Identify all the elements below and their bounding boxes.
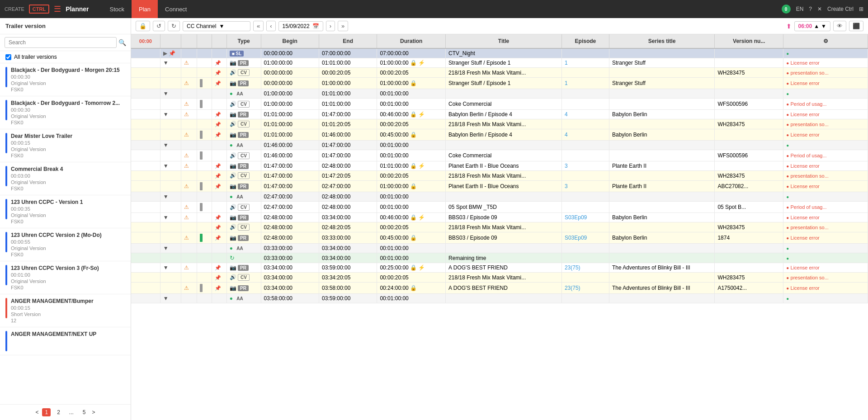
table-row[interactable]: ↻ 03:33:00:00 03:34:00:00 00:01:00:00 Re… [131, 253, 868, 263]
version-cell: WFS000596 [715, 150, 783, 161]
refresh-icon: ↻ [230, 255, 235, 261]
expand-cell [197, 129, 212, 141]
list-item[interactable]: ANGER MANAGEMENT/Bumper 00:00:15 Short V… [0, 294, 131, 327]
table-row[interactable]: ▼ ⚠ 📌 📷 PR 01:47:00:00 02:48:00:00 01:01… [131, 161, 868, 171]
expand-button[interactable]: ▼ [163, 295, 169, 302]
tab-plan[interactable]: Plan [132, 0, 158, 18]
col-begin-header: Begin [261, 34, 319, 48]
channel-selector[interactable]: CC Channel ▼ [183, 21, 250, 31]
table-row[interactable]: ⚠ 🔊 CV 01:46:00:00 01:47:00:00 00:01:00:… [131, 150, 868, 161]
expand-cell [197, 192, 212, 202]
pin-icon: 📌 [215, 225, 221, 230]
list-item[interactable]: 123 Uhren CCPC Version 3 (Fr-So) 00:01:0… [0, 261, 131, 294]
notification-badge[interactable]: 0 [782, 5, 791, 14]
list-item[interactable]: ANGER MANAGEMENT/NEXT UP [0, 327, 131, 355]
table-row[interactable]: ▼ ⚠ 📌 📷 PR 03:34:00:00 03:59:00:00 00:25… [131, 263, 868, 273]
title-cell: Babylon Berlin / Episode 4 [446, 110, 562, 119]
episode-cell [561, 48, 609, 58]
page-1[interactable]: 1 [42, 408, 51, 416]
page-5[interactable]: 5 [80, 408, 89, 416]
end-cell: 01:01:00:00 [319, 89, 377, 99]
warn-cell [181, 89, 197, 99]
table-row[interactable]: ▼ ● AA 01:00:00:00 01:01:00:00 00:01:00:… [131, 89, 868, 99]
expand-button[interactable]: ▼ [163, 111, 169, 118]
table-row[interactable]: ▼ ● AA 03:58:00:00 03:59:00:00 00:01:00:… [131, 294, 868, 303]
upload-icon[interactable]: ⬆ [786, 23, 792, 30]
tab-connect[interactable]: Connect [158, 0, 194, 18]
language-selector[interactable]: EN [796, 6, 804, 12]
table-row[interactable]: ▼ ⚠ 📌 📷 PR 02:48:00:00 03:34:00:00 00:46… [131, 213, 868, 222]
nav-prev-prev-button[interactable]: « [253, 21, 264, 31]
undo-button[interactable]: ↺ [153, 21, 165, 31]
help-icon[interactable]: ? [809, 6, 812, 12]
expand-cell [197, 244, 212, 253]
all-versions-checkbox[interactable] [5, 54, 11, 60]
table-row[interactable]: ⚠ 🔊 CV 01:00:00:00 01:01:00:00 00:01:00:… [131, 99, 868, 110]
list-item[interactable]: 123 Uhren CCPC - Version 1 00:00:35 Orig… [0, 195, 131, 228]
warning-icon: ⚠ [184, 235, 189, 241]
page-prev-button[interactable]: < [35, 409, 38, 415]
table-row[interactable]: ▼ ● AA 03:33:00:00 03:34:00:00 00:01:00:… [131, 244, 868, 253]
nav-next-button[interactable]: › [326, 21, 335, 31]
expand-button[interactable]: ▼ [163, 245, 169, 251]
list-item[interactable]: Blackjack - Der Bodyguard - Morgen 20:15… [0, 63, 131, 96]
ctrl-badge[interactable]: CTRL [29, 5, 49, 14]
table-row[interactable]: 📌 🔊 CV 01:01:00:00 01:01:20:05 00:00:20:… [131, 119, 868, 129]
expand-button[interactable]: ▼ [163, 214, 169, 221]
type-badge-pr: PR [238, 163, 249, 169]
dropdown-icon: ▼ [219, 23, 224, 29]
expand-button[interactable]: ▼ [163, 264, 169, 271]
table-row[interactable]: 📌 🔊 CV 03:34:00:00 03:34:20:05 00:00:20:… [131, 273, 868, 283]
version-cell [715, 294, 783, 303]
page-next-button[interactable]: > [92, 409, 95, 415]
eye-button[interactable]: 👁 [833, 21, 846, 31]
table-row[interactable]: ▼ ● AA 01:46:00:00 01:47:00:00 00:01:00:… [131, 141, 868, 150]
expand-button[interactable]: ▼ [163, 142, 169, 148]
table-row[interactable]: 📌 🔊 CV 01:47:00:00 01:47:20:05 00:00:20:… [131, 171, 868, 181]
end-cell: 03:58:00:00 [319, 283, 377, 294]
expand-button[interactable]: ▼ [163, 163, 169, 169]
version-cell: ABC27082... [715, 181, 783, 192]
search-button[interactable]: 🔍 [118, 39, 126, 46]
status-cell: ● [783, 244, 868, 253]
table-row[interactable]: ⚠ 📌 📷 PR 01:47:00:00 02:47:00:00 01:00:0… [131, 181, 868, 192]
table-row[interactable]: 📌 🔊 CV 02:48:00:00 02:48:20:05 00:00:20:… [131, 222, 868, 232]
search-input[interactable] [5, 37, 117, 48]
table-row[interactable]: ▼ ● AA 02:47:00:00 02:48:00:00 00:01:00:… [131, 192, 868, 202]
page-2[interactable]: 2 [54, 408, 63, 416]
nav-next-next-button[interactable]: » [338, 21, 348, 31]
user-label[interactable]: Create Ctrl [827, 6, 854, 12]
redo-button[interactable]: ↻ [168, 21, 180, 31]
calendar-icon[interactable]: 📅 [312, 23, 319, 29]
expand-button[interactable]: ▼ [163, 90, 169, 97]
table-row[interactable]: ⚠ 📌 📷 PR 01:01:00:00 01:46:00:00 00:45:0… [131, 129, 868, 141]
time-stepper-down[interactable]: ▼ [821, 23, 826, 29]
status-cell: ● License error [783, 283, 868, 294]
time-stepper-up[interactable]: ▲ [814, 23, 819, 29]
end-cell: 01:00:00:00 [319, 78, 377, 89]
tab-stock[interactable]: Stock [103, 0, 132, 18]
table-row[interactable]: ⚠ 📌 📷 PR 03:34:00:00 03:58:00:00 00:24:0… [131, 283, 868, 294]
list-item[interactable]: Blackjack - Der Bodyguard - Tomorrow 2..… [0, 96, 131, 129]
type-cell: ● AA [226, 89, 261, 99]
nav-prev-button[interactable]: ‹ [266, 21, 275, 31]
hamburger-icon[interactable]: ☰ [54, 4, 61, 14]
grid-icon[interactable]: ⊞ [859, 6, 863, 12]
duration-cell: 00:01:00:00 [377, 99, 446, 110]
table-row[interactable]: ⚠ 📌 📷 PR 00:00:00:00 01:00:00:00 01:00:0… [131, 78, 868, 89]
list-item[interactable]: 123 Uhren CCPC Version 2 (Mo-Do) 00:00:5… [0, 228, 131, 261]
table-row[interactable]: ⚠ 🔊 CV 02:47:00:00 02:48:00:00 00:01:00:… [131, 202, 868, 213]
table-row[interactable]: ▶ 📌 ■ SL 00:00:00:00 07:00:00:00 07:00:0… [131, 48, 868, 58]
list-item[interactable]: Dear Mister Love Trailer 00:00:15 Origin… [0, 129, 131, 162]
table-row[interactable]: ⚠ 📌 📷 PR 02:48:00:00 03:33:00:00 00:45:0… [131, 232, 868, 244]
date-display[interactable]: 15/09/2022 📅 [278, 21, 323, 31]
screen-button[interactable]: ⬛ [849, 21, 863, 31]
list-item[interactable]: Commercial Break 4 00:03:00 Original Ver… [0, 162, 131, 195]
table-row[interactable]: 📌 🔊 CV 00:00:00:00 00:00:20:05 00:00:20:… [131, 68, 868, 78]
lock-button[interactable]: 🔒 [136, 21, 150, 31]
close-icon[interactable]: ✕ [817, 6, 822, 12]
table-row[interactable]: ▼ ⚠ 📌 📷 PR 01:01:00:00 01:47:00:00 00:46… [131, 110, 868, 119]
expand-button[interactable]: ▼ [163, 193, 169, 200]
table-row[interactable]: ▼ ⚠ 📌 📷 PR 01:00:00:00 01:01:00:00 01:00… [131, 58, 868, 68]
expand-button[interactable]: ▼ [163, 60, 169, 66]
